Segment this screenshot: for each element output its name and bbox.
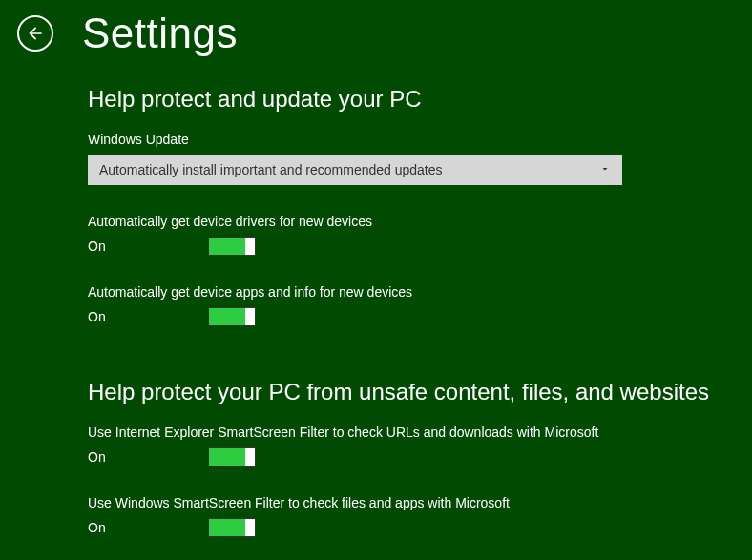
ie-smartscreen-group: Use Internet Explorer SmartScreen Filter…: [88, 425, 752, 467]
ie-smartscreen-label: Use Internet Explorer SmartScreen Filter…: [88, 425, 752, 440]
win-smartscreen-label: Use Windows SmartScreen Filter to check …: [88, 495, 752, 510]
win-smartscreen-toggle-row: On: [88, 518, 752, 537]
chevron-down-icon: [599, 162, 611, 177]
device-drivers-state: On: [88, 239, 107, 254]
section-update: Help protect and update your PC Windows …: [88, 86, 752, 326]
windows-update-dropdown[interactable]: Automatically install important and reco…: [88, 155, 622, 185]
device-drivers-toggle-row: On: [88, 237, 752, 256]
windows-update-label: Windows Update: [88, 132, 752, 147]
windows-update-group: Windows Update Automatically install imp…: [88, 132, 752, 185]
back-button[interactable]: [17, 15, 53, 52]
arrow-left-icon: [26, 24, 45, 43]
win-smartscreen-state: On: [88, 520, 107, 535]
section-protect: Help protect your PC from unsafe content…: [88, 379, 752, 537]
dropdown-selected-text: Automatically install important and reco…: [99, 162, 599, 177]
section-heading-update: Help protect and update your PC: [88, 86, 752, 113]
device-apps-label: Automatically get device apps and info f…: [88, 284, 752, 300]
page-title: Settings: [82, 10, 238, 57]
ie-smartscreen-toggle[interactable]: [208, 447, 256, 467]
device-apps-state: On: [88, 309, 107, 324]
section-heading-protect: Help protect your PC from unsafe content…: [88, 379, 752, 405]
win-smartscreen-group: Use Windows SmartScreen Filter to check …: [88, 495, 752, 537]
header: Settings: [0, 0, 752, 57]
device-apps-group: Automatically get device apps and info f…: [88, 284, 752, 326]
content-area: Help protect and update your PC Windows …: [0, 57, 752, 537]
device-drivers-toggle[interactable]: [208, 237, 256, 256]
win-smartscreen-toggle[interactable]: [208, 518, 256, 537]
ie-smartscreen-state: On: [88, 449, 107, 465]
device-drivers-group: Automatically get device drivers for new…: [88, 214, 752, 256]
ie-smartscreen-toggle-row: On: [88, 447, 752, 467]
device-apps-toggle[interactable]: [208, 307, 256, 326]
device-drivers-label: Automatically get device drivers for new…: [88, 214, 752, 229]
device-apps-toggle-row: On: [88, 307, 752, 326]
